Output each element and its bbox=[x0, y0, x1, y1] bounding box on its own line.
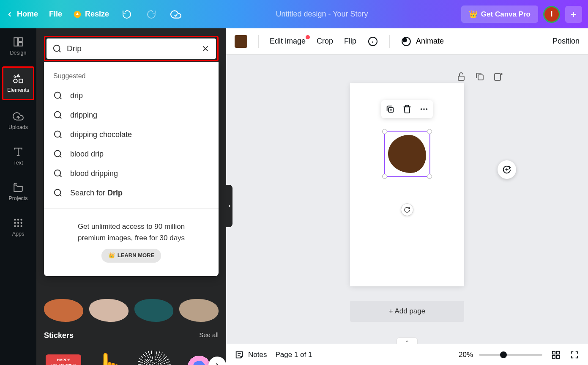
shape-thumb[interactable] bbox=[179, 299, 219, 322]
svg-rect-5 bbox=[19, 79, 23, 83]
edit-image-button[interactable]: Edit image bbox=[270, 37, 306, 46]
undo-button[interactable] bbox=[120, 8, 134, 21]
svg-point-8 bbox=[20, 219, 22, 220]
sticker-pointing-hand[interactable]: 👆 bbox=[89, 347, 129, 365]
crown-icon: 👑 bbox=[108, 251, 115, 260]
delete-element-icon[interactable] bbox=[402, 104, 413, 115]
svg-point-24 bbox=[403, 38, 407, 42]
search-input[interactable] bbox=[67, 44, 196, 53]
page-indicator[interactable]: Page 1 of 1 bbox=[275, 351, 312, 359]
stage[interactable]: + Add page bbox=[226, 55, 588, 344]
suggestion-item[interactable]: dripping chocolate bbox=[44, 125, 219, 144]
redo-button[interactable] bbox=[145, 8, 158, 21]
fill-color-swatch[interactable] bbox=[235, 35, 247, 48]
search-for-term[interactable]: Search for Drip bbox=[44, 183, 219, 203]
resize-button[interactable]: Resize bbox=[73, 10, 109, 19]
home-button[interactable]: Home bbox=[6, 10, 38, 19]
selection-box[interactable] bbox=[384, 131, 430, 177]
svg-rect-26 bbox=[478, 75, 483, 80]
siderail-uploads[interactable]: Uploads bbox=[3, 105, 33, 136]
siderail-design[interactable]: Design bbox=[3, 31, 33, 61]
svg-point-17 bbox=[55, 112, 61, 118]
suggestion-item[interactable]: blood drip bbox=[44, 144, 219, 164]
siderail-apps[interactable]: Apps bbox=[3, 212, 33, 242]
position-button[interactable]: Position bbox=[552, 37, 580, 46]
svg-point-10 bbox=[17, 222, 19, 224]
clear-search-button[interactable] bbox=[201, 44, 210, 53]
resize-handle-tr[interactable] bbox=[427, 129, 432, 134]
svg-rect-34 bbox=[552, 355, 555, 358]
svg-point-13 bbox=[17, 225, 19, 227]
suggestion-item[interactable]: drip bbox=[44, 86, 219, 105]
svg-point-19 bbox=[55, 151, 61, 157]
resize-handle-bl[interactable] bbox=[382, 174, 387, 179]
svg-rect-1 bbox=[14, 38, 18, 46]
document-title[interactable]: Untitled design - Your Story bbox=[183, 10, 461, 19]
svg-point-31 bbox=[426, 108, 428, 110]
zoom-slider[interactable] bbox=[479, 354, 542, 356]
search-suggestions-dropdown: Suggested drip dripping dripping chocola… bbox=[44, 62, 219, 276]
shape-thumb[interactable] bbox=[44, 299, 83, 322]
svg-rect-25 bbox=[458, 76, 464, 80]
apps-icon bbox=[13, 217, 24, 228]
zoom-level[interactable]: 20% bbox=[459, 351, 473, 359]
suggested-label: Suggested bbox=[44, 70, 219, 86]
svg-point-15 bbox=[54, 45, 60, 52]
add-page-button[interactable]: + Add page bbox=[350, 301, 464, 322]
shape-thumb[interactable] bbox=[134, 299, 174, 322]
resize-handle-tl[interactable] bbox=[382, 129, 387, 134]
get-pro-button[interactable]: 👑 Get Canva Pro bbox=[461, 5, 538, 23]
svg-point-16 bbox=[55, 92, 61, 99]
animate-icon bbox=[401, 36, 412, 47]
sticker-valentines[interactable]: HAPPY VALENTINE'S DAY bbox=[44, 347, 83, 365]
cloud-sync-icon[interactable] bbox=[169, 8, 183, 21]
animate-button[interactable]: Animate bbox=[401, 36, 444, 47]
elements-panel: Suggested drip dripping dripping chocola… bbox=[36, 28, 226, 365]
svg-point-12 bbox=[14, 225, 16, 227]
fullscreen-icon[interactable] bbox=[569, 350, 580, 360]
see-all-stickers[interactable]: See all bbox=[199, 331, 219, 340]
svg-rect-3 bbox=[19, 42, 22, 46]
search-icon bbox=[52, 44, 62, 53]
flip-button[interactable]: Flip bbox=[344, 37, 356, 46]
svg-point-11 bbox=[20, 222, 22, 224]
comment-fab[interactable] bbox=[498, 160, 516, 179]
user-avatar[interactable]: i bbox=[543, 6, 560, 23]
lock-icon[interactable] bbox=[456, 71, 466, 82]
shape-thumb[interactable] bbox=[89, 299, 129, 322]
uploads-icon bbox=[13, 111, 24, 122]
sticker-starburst[interactable] bbox=[134, 347, 174, 365]
duplicate-page-icon[interactable] bbox=[475, 71, 485, 82]
siderail-text[interactable]: Text bbox=[3, 141, 33, 171]
suggestion-item[interactable]: blood dripping bbox=[44, 164, 219, 183]
canvas-area: Edit image Crop Flip Animate Position bbox=[226, 28, 588, 365]
svg-point-21 bbox=[55, 189, 61, 196]
top-bar: Home File Resize Untitled design - Your … bbox=[0, 0, 588, 28]
crop-button[interactable]: Crop bbox=[317, 37, 333, 46]
svg-rect-32 bbox=[552, 351, 555, 354]
suggestion-item[interactable]: dripping bbox=[44, 105, 219, 125]
svg-point-29 bbox=[421, 108, 422, 110]
siderail-elements[interactable]: Elements bbox=[2, 66, 34, 100]
duplicate-element-icon[interactable] bbox=[385, 104, 396, 115]
selected-shape[interactable] bbox=[388, 135, 426, 173]
share-plus-button[interactable]: + bbox=[565, 6, 582, 23]
siderail-projects[interactable]: Projects bbox=[3, 176, 33, 207]
resize-handle-br[interactable] bbox=[427, 174, 432, 179]
file-menu[interactable]: File bbox=[49, 10, 62, 19]
expand-pages-button[interactable] bbox=[397, 338, 418, 344]
grid-view-icon[interactable] bbox=[551, 350, 561, 360]
learn-more-button[interactable]: 👑LEARN MORE bbox=[101, 249, 161, 263]
more-options-icon[interactable] bbox=[418, 104, 429, 115]
add-page-icon[interactable] bbox=[493, 71, 503, 82]
svg-point-6 bbox=[14, 219, 16, 220]
svg-rect-27 bbox=[495, 74, 500, 80]
svg-point-9 bbox=[14, 222, 16, 224]
rotate-handle[interactable] bbox=[401, 203, 413, 216]
notes-button[interactable]: Notes bbox=[235, 350, 267, 360]
svg-rect-33 bbox=[557, 351, 559, 354]
info-icon[interactable] bbox=[367, 36, 378, 47]
svg-point-20 bbox=[55, 170, 61, 176]
svg-point-14 bbox=[20, 225, 22, 227]
projects-icon bbox=[13, 182, 24, 193]
